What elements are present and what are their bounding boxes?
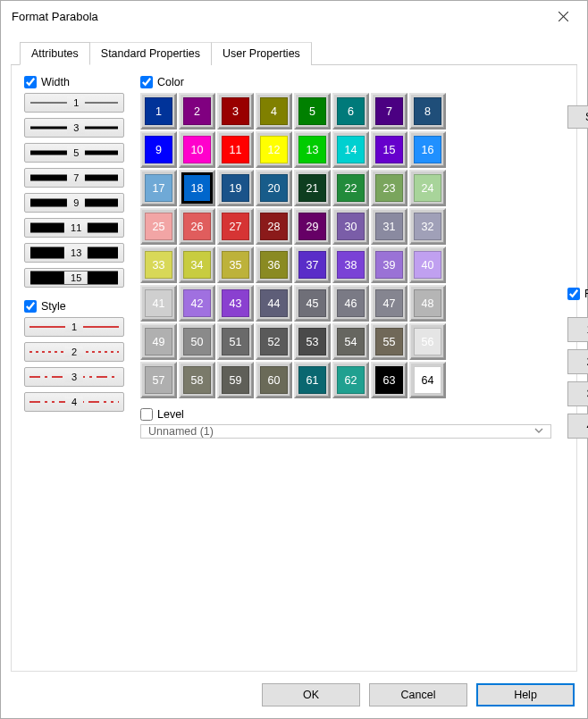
width-option-1[interactable]: 1	[24, 93, 124, 113]
color-swatch-3[interactable]: 3	[217, 93, 254, 130]
color-swatch-18[interactable]: 18	[179, 170, 215, 206]
close-button[interactable]	[542, 4, 584, 30]
color-swatch-33[interactable]: 33	[140, 247, 177, 283]
color-swatch-60[interactable]: 60	[256, 362, 292, 398]
color-swatch-51[interactable]: 51	[217, 323, 254, 360]
color-swatch-59[interactable]: 59	[217, 362, 254, 398]
color-swatch-47[interactable]: 47	[371, 285, 407, 322]
color-swatch-29[interactable]: 29	[294, 208, 331, 245]
width-checkbox-row[interactable]: Width	[24, 76, 124, 88]
level-select[interactable]: Unnamed (1)	[140, 424, 551, 439]
color-swatch-43[interactable]: 43	[217, 285, 254, 322]
style-checkbox-row[interactable]: Style	[24, 300, 124, 313]
level-checkbox-row[interactable]: Level	[140, 408, 184, 421]
color-swatch-21[interactable]: 21	[294, 170, 331, 206]
flag-checkbox[interactable]	[567, 288, 580, 300]
color-swatch-35[interactable]: 35	[217, 247, 254, 283]
style-option-1[interactable]: 1	[24, 317, 124, 337]
color-swatch-41[interactable]: 41	[140, 285, 177, 322]
tab-attributes[interactable]: Attributes	[20, 42, 90, 65]
color-swatch-34[interactable]: 34	[179, 247, 215, 283]
style-option-4[interactable]: 4	[24, 392, 124, 412]
color-swatch-54[interactable]: 54	[332, 323, 369, 360]
color-swatch-49[interactable]: 49	[140, 323, 177, 360]
color-swatch-56[interactable]: 56	[409, 323, 446, 360]
color-swatch-31[interactable]: 31	[371, 208, 407, 245]
color-swatch-11[interactable]: 11	[217, 131, 254, 168]
color-checkbox[interactable]	[140, 76, 153, 88]
color-swatch-7[interactable]: 7	[371, 93, 407, 130]
flag-button-2[interactable]: 2	[567, 349, 588, 374]
color-swatch-8[interactable]: 8	[409, 93, 446, 130]
width-option-13[interactable]: 13	[24, 243, 124, 263]
color-swatch-9[interactable]: 9	[140, 131, 177, 168]
flag-checkbox-row[interactable]: Flag	[567, 288, 588, 300]
color-swatch-32[interactable]: 32	[409, 208, 446, 245]
color-swatch-27[interactable]: 27	[217, 208, 254, 245]
color-swatch-48[interactable]: 48	[409, 285, 446, 322]
dialog-window: { "title": "Format Parabola", "tabs": ["…	[0, 0, 588, 719]
tab-standard-properties[interactable]: Standard Properties	[90, 42, 212, 65]
color-swatch-20[interactable]: 20	[256, 170, 292, 206]
color-swatch-30[interactable]: 30	[332, 208, 369, 245]
color-swatch-19[interactable]: 19	[217, 170, 254, 206]
color-swatch-44[interactable]: 44	[256, 285, 292, 322]
color-swatch-13[interactable]: 13	[294, 131, 331, 168]
color-swatch-42[interactable]: 42	[179, 285, 215, 322]
color-swatch-63[interactable]: 63	[371, 362, 407, 398]
color-swatch-50[interactable]: 50	[179, 323, 215, 360]
color-swatch-57[interactable]: 57	[140, 362, 177, 398]
flag-button-3[interactable]: 3	[567, 381, 588, 406]
width-option-3[interactable]: 3	[24, 118, 124, 138]
color-swatch-58[interactable]: 58	[179, 362, 215, 398]
color-swatch-2[interactable]: 2	[179, 93, 215, 130]
ok-button[interactable]: OK	[262, 683, 360, 706]
color-swatch-14[interactable]: 14	[332, 131, 369, 168]
color-swatch-36[interactable]: 36	[256, 247, 292, 283]
width-option-5[interactable]: 5	[24, 143, 124, 163]
width-checkbox[interactable]	[24, 76, 37, 88]
width-option-7[interactable]: 7	[24, 168, 124, 188]
color-checkbox-row[interactable]: Color	[140, 76, 551, 88]
color-swatch-26[interactable]: 26	[179, 208, 215, 245]
color-swatch-39[interactable]: 39	[371, 247, 407, 283]
color-swatch-40[interactable]: 40	[409, 247, 446, 283]
color-swatch-10[interactable]: 10	[179, 131, 215, 168]
color-swatch-17[interactable]: 17	[140, 170, 177, 206]
color-swatch-24[interactable]: 24	[409, 170, 446, 206]
color-swatch-64[interactable]: 64	[409, 362, 446, 398]
cancel-button[interactable]: Cancel	[369, 683, 467, 706]
width-option-9[interactable]: 9	[24, 193, 124, 213]
color-swatch-37[interactable]: 37	[294, 247, 331, 283]
color-swatch-22[interactable]: 22	[332, 170, 369, 206]
color-swatch-52[interactable]: 52	[256, 323, 292, 360]
color-swatch-15[interactable]: 15	[371, 131, 407, 168]
tab-user-properties[interactable]: User Properties	[212, 42, 312, 65]
color-swatch-61[interactable]: 61	[294, 362, 331, 398]
color-swatch-23[interactable]: 23	[371, 170, 407, 206]
style-checkbox[interactable]	[24, 300, 37, 313]
color-swatch-5[interactable]: 5	[294, 93, 331, 130]
color-swatch-16[interactable]: 16	[409, 131, 446, 168]
color-swatch-28[interactable]: 28	[256, 208, 292, 245]
width-option-11[interactable]: 11	[24, 218, 124, 238]
color-swatch-6[interactable]: 6	[332, 93, 369, 130]
style-option-3[interactable]: 3	[24, 367, 124, 387]
set-from-ent-button[interactable]: Set from ent	[567, 105, 588, 129]
color-swatch-46[interactable]: 46	[332, 285, 369, 322]
flag-button-1[interactable]: 1	[567, 317, 588, 342]
color-swatch-25[interactable]: 25	[140, 208, 177, 245]
color-swatch-12[interactable]: 12	[256, 131, 292, 168]
flag-button-4[interactable]: 4	[567, 414, 588, 439]
color-swatch-62[interactable]: 62	[332, 362, 369, 398]
width-option-15[interactable]: 15	[24, 268, 124, 288]
level-checkbox[interactable]	[140, 408, 153, 421]
color-swatch-45[interactable]: 45	[294, 285, 331, 322]
help-button[interactable]: Help	[476, 683, 575, 706]
color-swatch-53[interactable]: 53	[294, 323, 331, 360]
color-swatch-55[interactable]: 55	[371, 323, 407, 360]
color-swatch-1[interactable]: 1	[140, 93, 177, 130]
color-swatch-4[interactable]: 4	[256, 93, 292, 130]
color-swatch-38[interactable]: 38	[332, 247, 369, 283]
style-option-2[interactable]: 2	[24, 342, 124, 362]
